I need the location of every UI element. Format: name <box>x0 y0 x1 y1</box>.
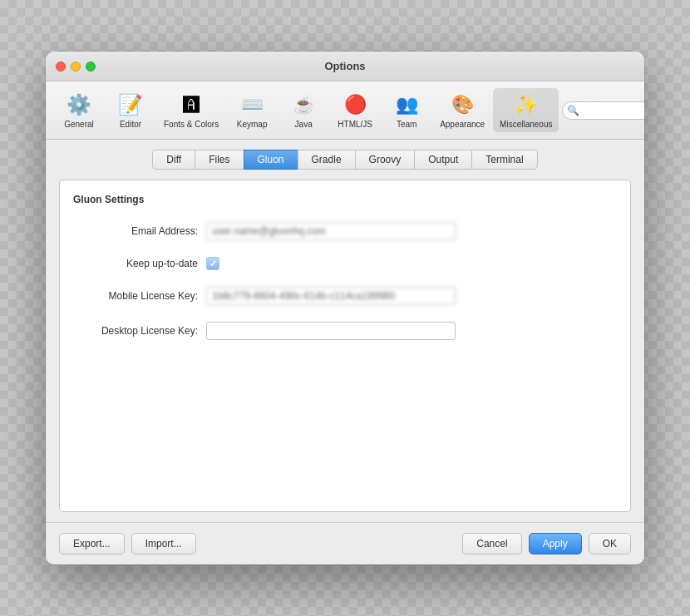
panel-title: Gluon Settings <box>73 194 617 205</box>
gluon-panel: Gluon Settings Email Address: Keep up-to… <box>59 180 631 512</box>
tab-diff[interactable]: Diff <box>152 150 195 170</box>
java-icon: ☕ <box>290 91 317 118</box>
toolbar-label-keymap: Keymap <box>237 120 268 129</box>
close-button[interactable] <box>56 62 66 71</box>
toolbar-label-miscellaneous: Miscellaneous <box>500 120 552 129</box>
checkbox-checkmark: ✓ <box>209 259 217 269</box>
fonts-colors-icon: 🅰 <box>178 91 205 118</box>
desktop-license-row: Desktop License Key: <box>73 322 617 340</box>
team-icon: 👥 <box>393 91 420 118</box>
apply-button[interactable]: Apply <box>529 533 582 554</box>
tab-gluon[interactable]: Gluon <box>244 150 298 170</box>
titlebar: Options <box>46 52 644 81</box>
toolbar-label-editor: Editor <box>120 120 141 129</box>
export-button[interactable]: Export... <box>59 533 125 554</box>
toolbar-item-html-js[interactable]: 🔴 HTML/JS <box>330 88 380 132</box>
maximize-button[interactable] <box>86 62 96 71</box>
toolbar-label-team: Team <box>397 120 416 129</box>
keymap-icon: ⌨️ <box>239 91 265 118</box>
toolbar-label-appearance: Appearance <box>440 120 485 129</box>
search-icon: 🔍 <box>567 105 579 116</box>
bottom-right-buttons: Cancel Apply OK <box>462 533 631 554</box>
toolbar-item-java[interactable]: ☕ Java <box>278 88 328 132</box>
toolbar-item-appearance[interactable]: 🎨 Appearance <box>433 88 491 132</box>
toolbar-label-fonts-colors: Fonts & Colors <box>164 120 219 129</box>
toolbar-item-team[interactable]: 👥 Team <box>382 88 431 132</box>
editor-icon: 📝 <box>117 91 144 118</box>
miscellaneous-icon: ✨ <box>513 91 540 118</box>
mobile-license-input[interactable] <box>206 287 456 305</box>
toolbar-item-editor[interactable]: 📝 Editor <box>106 88 155 132</box>
tab-files[interactable]: Files <box>195 150 243 170</box>
toolbar: ⚙️ General 📝 Editor 🅰 Fonts & Colors ⌨️ … <box>46 81 644 140</box>
options-window: Options ⚙️ General 📝 Editor 🅰 Fonts & Co… <box>46 52 644 564</box>
toolbar-item-fonts-colors[interactable]: 🅰 Fonts & Colors <box>157 88 225 132</box>
general-icon: ⚙️ <box>66 91 92 118</box>
window-title: Options <box>324 60 365 72</box>
tab-gradle[interactable]: Gradle <box>298 150 355 170</box>
keepuptodate-row: Keep up-to-date ✓ <box>73 257 617 270</box>
import-button[interactable]: Import... <box>131 533 196 554</box>
search-box: 🔍 <box>562 101 644 120</box>
mobile-license-row: Mobile License Key: <box>73 287 617 305</box>
mobile-license-label: Mobile License Key: <box>73 290 206 302</box>
desktop-license-label: Desktop License Key: <box>73 325 206 337</box>
tab-terminal[interactable]: Terminal <box>471 150 537 170</box>
bottom-bar: Export... Import... Cancel Apply OK <box>46 522 644 564</box>
tab-output[interactable]: Output <box>414 150 471 170</box>
toolbar-item-keymap[interactable]: ⌨️ Keymap <box>227 88 277 132</box>
email-label: Email Address: <box>73 225 206 237</box>
tab-groovy[interactable]: Groovy <box>355 150 415 170</box>
keepuptodate-checkbox-wrapper: ✓ <box>206 257 219 270</box>
toolbar-item-miscellaneous[interactable]: ✨ Miscellaneous <box>493 88 559 132</box>
toolbar-label-java: Java <box>295 120 313 129</box>
toolbar-label-general: General <box>64 120 94 129</box>
html-js-icon: 🔴 <box>342 91 368 118</box>
keepuptodate-label: Keep up-to-date <box>73 258 206 269</box>
keepuptodate-checkbox[interactable]: ✓ <box>206 257 219 270</box>
toolbar-label-html-js: HTML/JS <box>338 120 372 129</box>
bottom-left-buttons: Export... Import... <box>59 533 196 554</box>
content-area: Diff Files Gluon Gradle Groovy Output Te… <box>46 140 644 522</box>
cancel-button[interactable]: Cancel <box>462 533 521 554</box>
ok-button[interactable]: OK <box>589 533 631 554</box>
email-row: Email Address: <box>73 222 617 240</box>
appearance-icon: 🎨 <box>449 91 476 118</box>
desktop-license-input[interactable] <box>206 322 456 340</box>
traffic-lights <box>56 62 96 71</box>
toolbar-item-general[interactable]: ⚙️ General <box>54 88 104 132</box>
toolbar-items: ⚙️ General 📝 Editor 🅰 Fonts & Colors ⌨️ … <box>54 88 559 132</box>
minimize-button[interactable] <box>71 62 81 71</box>
email-input[interactable] <box>206 222 456 240</box>
tabs-bar: Diff Files Gluon Gradle Groovy Output Te… <box>59 150 631 170</box>
